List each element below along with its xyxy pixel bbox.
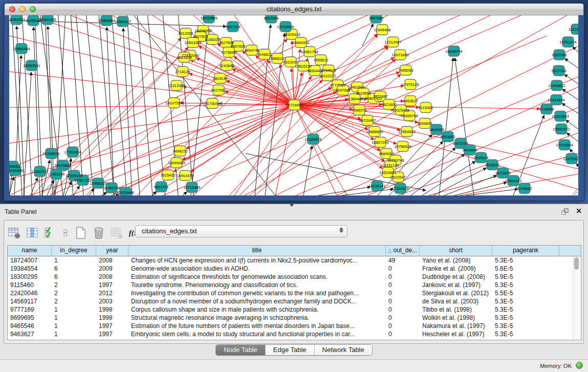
cell-short[interactable]: Dudbridge et al. (2008) (420, 273, 492, 281)
network-view-window[interactable]: citations_edges.txt 18724007891295518226… (4, 3, 584, 201)
cell-pagerank[interactable]: 5.5E-5 (492, 289, 559, 297)
cell-pagerank[interactable]: 5.3E-5 (492, 297, 559, 305)
cell-year[interactable]: 1997 (96, 322, 128, 330)
cell-title[interactable]: Corpus callosum shape and size in male p… (128, 305, 386, 314)
table-row[interactable]: 977716911998Corpus callosum shape and si… (8, 305, 581, 314)
cell-out_de[interactable]: 0 (386, 273, 420, 281)
cell-short[interactable]: Yano et al. (2008) (420, 256, 492, 265)
cell-short[interactable]: Tibbo et al. (1998) (420, 305, 492, 314)
cell-name[interactable]: 14569117 (8, 297, 52, 305)
table-settings-icon[interactable] (8, 227, 20, 239)
column-header-name[interactable]: name (8, 246, 52, 256)
new-document-icon[interactable] (75, 227, 87, 239)
cell-name[interactable]: 18300295 (8, 273, 52, 281)
cell-name[interactable]: 22420046 (8, 289, 52, 297)
cell-in_degree[interactable]: 2 (52, 289, 96, 297)
cell-year[interactable]: 1997 (96, 330, 128, 338)
table-row[interactable]: 1872400712008Changes of HCN gene express… (8, 256, 581, 265)
cell-in_degree[interactable]: 6 (52, 273, 96, 281)
table-row[interactable]: 946554611997Estimation of the future num… (8, 322, 581, 330)
cell-out_de[interactable]: 0 (386, 289, 420, 297)
cell-in_degree[interactable]: 1 (52, 305, 96, 314)
row-checklist-icon[interactable] (44, 227, 56, 239)
memory-indicator-icon[interactable] (576, 362, 583, 369)
cell-short[interactable]: Wolkin et al. (1998) (420, 314, 492, 322)
cell-pagerank[interactable]: 5.3E-5 (492, 256, 559, 265)
cell-short[interactable]: Hescheler et al. (1997) (420, 330, 492, 338)
cell-in_degree[interactable]: 6 (52, 265, 96, 273)
cell-name[interactable]: 9777169 (8, 305, 52, 314)
cell-title[interactable]: Genome-wide association studies in ADHD. (128, 265, 386, 273)
cell-year[interactable]: 1998 (96, 314, 128, 322)
table-row[interactable]: 1938455462009Genome-wide association stu… (8, 265, 581, 273)
cell-pagerank[interactable]: 5.9E-5 (492, 273, 559, 281)
cell-year[interactable]: 2008 (96, 256, 128, 265)
tab-node-table[interactable]: Node Table (216, 345, 266, 355)
cell-name[interactable]: 9115460 (8, 281, 52, 289)
cell-short[interactable]: Stergiakouli et al. (2012) (420, 289, 492, 297)
table-row[interactable]: 911546021997Tourette syndrome. Phenomeno… (8, 281, 581, 289)
select-columns-icon[interactable] (26, 227, 38, 239)
cell-title[interactable]: Estimation of significance thresholds fo… (128, 273, 386, 281)
cell-in_degree[interactable]: 1 (52, 314, 96, 322)
cell-short[interactable]: Jankovic et al. (1997) (420, 281, 492, 289)
cell-out_de[interactable]: 0 (386, 322, 420, 330)
table-row[interactable]: 2242004622012Investigating the contribut… (8, 289, 581, 297)
cell-title[interactable]: Tourette syndrome. Phenomenology and cla… (128, 281, 386, 289)
cell-pagerank[interactable]: 5.3E-5 (492, 281, 559, 289)
cell-out_de[interactable]: 0 (386, 330, 420, 338)
rows-icon[interactable] (62, 227, 69, 239)
cell-pagerank[interactable]: 5.3E-5 (492, 322, 559, 330)
cell-title[interactable]: Embryonic stem cells: a model to study s… (128, 330, 386, 338)
cell-short[interactable]: de Silva et al. (2003) (420, 297, 492, 305)
cell-year[interactable]: 2003 (96, 297, 128, 305)
cell-pagerank[interactable]: 5.3E-5 (492, 314, 559, 322)
cell-out_de[interactable]: 0 (386, 297, 420, 305)
network-graph[interactable]: 1872400789129551822605898275038186328982… (9, 15, 578, 195)
cell-out_de[interactable]: 0 (386, 305, 420, 314)
cell-year[interactable]: 2012 (96, 289, 128, 297)
float-panel-icon[interactable] (561, 208, 569, 215)
column-header-title[interactable]: title (128, 246, 386, 256)
close-panel-icon[interactable]: ✕ (576, 207, 582, 215)
cell-out_de[interactable]: 0 (386, 265, 420, 273)
column-header-in_degree[interactable]: in_degree (52, 246, 96, 256)
resize-grip-icon[interactable] (570, 187, 578, 195)
table-row[interactable]: 946362711997Embryonic stem cells: a mode… (8, 330, 581, 338)
column-header-out_de[interactable]: △out_de... (386, 246, 420, 256)
cell-in_degree[interactable]: 1 (52, 330, 96, 338)
table-row[interactable]: 969969511998Structural magnetic resonanc… (8, 314, 581, 322)
cell-title[interactable]: Structural magnetic resonance image aver… (128, 314, 386, 322)
table-row[interactable]: 1830029562008Estimation of significance … (8, 273, 581, 281)
column-header-short[interactable]: short (420, 246, 492, 256)
cell-out_de[interactable]: 0 (386, 281, 420, 289)
cell-short[interactable]: Franke et al. (2009) (420, 265, 492, 273)
delete-trash-icon[interactable] (93, 227, 105, 239)
column-header-year[interactable]: year (96, 246, 128, 256)
cell-year[interactable]: 1997 (96, 281, 128, 289)
cell-in_degree[interactable]: 1 (52, 256, 96, 265)
table-scrollbar-thumb[interactable] (574, 257, 579, 270)
cell-name[interactable]: 19384554 (8, 265, 52, 273)
cell-in_degree[interactable]: 1 (52, 322, 96, 330)
cell-pagerank[interactable]: 5.3E-5 (492, 330, 559, 338)
tab-network-table[interactable]: Network Table (315, 345, 372, 355)
network-canvas[interactable]: 1872400789129551822605898275038186328982… (9, 15, 578, 195)
cell-year[interactable]: 1998 (96, 305, 128, 314)
window-titlebar[interactable]: citations_edges.txt (5, 4, 583, 15)
cell-title[interactable]: Changes of HCN gene expression and I(f) … (128, 256, 386, 265)
cell-in_degree[interactable]: 2 (52, 297, 96, 305)
tab-edge-table[interactable]: Edge Table (266, 345, 315, 355)
cell-pagerank[interactable]: 5.6E-5 (492, 265, 559, 273)
column-header-pagerank[interactable]: pagerank (492, 246, 559, 256)
cell-in_degree[interactable]: 2 (52, 281, 96, 289)
table-row[interactable]: 1456911722003Disruption of a novel membe… (8, 297, 581, 305)
cell-name[interactable]: 9463627 (8, 330, 52, 338)
cell-year[interactable]: 2008 (96, 273, 128, 281)
table-scrollbar[interactable] (573, 256, 580, 339)
cell-title[interactable]: Estimation of the future numbers of pati… (128, 322, 386, 330)
table-select-dropdown[interactable]: citations_edges.txt (135, 225, 347, 237)
cell-out_de[interactable]: 0 (386, 314, 420, 322)
cell-year[interactable]: 2009 (96, 265, 128, 273)
cell-title[interactable]: Disruption of a novel member of a sodium… (128, 297, 386, 305)
